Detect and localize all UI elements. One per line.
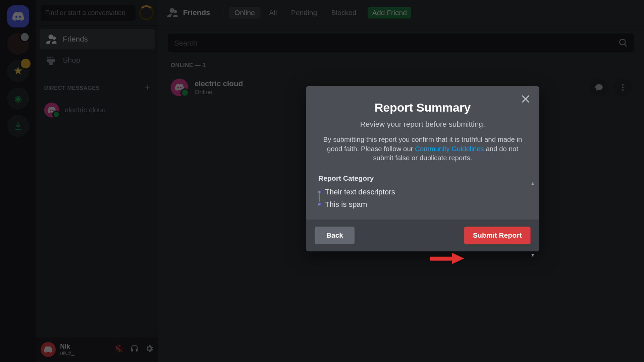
submit-report-button[interactable]: Submit Report: [464, 227, 531, 244]
modal-paragraph: By submitting this report you confirm th…: [318, 135, 527, 163]
report-summary-modal: Report Summary Review your report before…: [306, 86, 539, 251]
report-item-1: This is spam: [325, 200, 367, 209]
report-item-0: Their text descriptors: [325, 188, 395, 196]
scroll-up-icon[interactable]: ▲: [531, 181, 535, 185]
modal-title: Report Summary: [318, 101, 527, 115]
community-guidelines-link[interactable]: Community Guidelines: [415, 145, 484, 152]
close-icon[interactable]: [520, 93, 531, 107]
bullet-connector: [319, 192, 320, 202]
report-category-label: Report Category: [318, 174, 527, 182]
back-button[interactable]: Back: [315, 227, 355, 244]
modal-subtitle: Review your report before submitting.: [318, 120, 527, 129]
bullet-icon: [318, 203, 321, 206]
scroll-down-icon[interactable]: ▼: [531, 253, 535, 257]
